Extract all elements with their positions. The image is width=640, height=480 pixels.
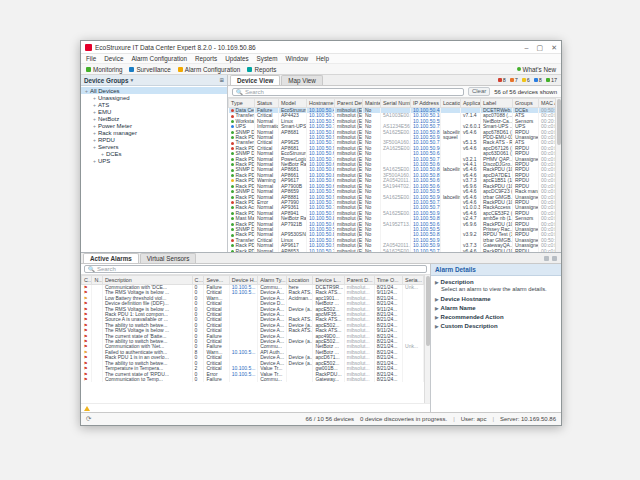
expand-icon[interactable]: + — [93, 144, 96, 150]
column-header-model[interactable]: Model — [279, 99, 307, 108]
column-header-mac-address[interactable]: MAC Address — [539, 99, 556, 108]
perspective-label: Alarm Configuration — [185, 66, 241, 73]
alarm-column-header-alarm-ty-6[interactable]: Alarm Ty... — [258, 276, 286, 285]
expand-icon[interactable]: + — [93, 137, 96, 143]
details-section-recommended-action[interactable]: ▶Recommended Action — [431, 311, 561, 320]
expand-icon[interactable]: + — [101, 151, 104, 157]
tab-map-view[interactable]: Map View — [281, 75, 323, 85]
alarm-column-header-parent-d-9[interactable]: Parent D... — [344, 276, 374, 285]
expand-icon[interactable]: + — [93, 123, 96, 129]
menu-window[interactable]: Window — [286, 55, 308, 62]
badge-count: 8 — [503, 77, 506, 83]
column-header-ip-address[interactable]: IP Address — [411, 99, 441, 108]
alarm-table-scrollbar[interactable] — [424, 275, 430, 403]
clear-filter-button[interactable]: Clear — [468, 87, 490, 96]
alarm-column-header-description-2[interactable]: Description — [102, 276, 192, 285]
close-button[interactable]: ✕ — [551, 44, 557, 51]
tree-item-label: Servers — [98, 144, 119, 150]
column-header-location[interactable]: Location — [441, 99, 461, 108]
sidebar-item-rpdu[interactable]: +RPDU — [81, 136, 227, 143]
menu-help[interactable]: Help — [316, 55, 329, 62]
expand-icon[interactable]: + — [93, 130, 96, 136]
alarm-column-header-c-3[interactable]: C... — [192, 276, 204, 285]
alarm-column-header-seria-11[interactable]: Seria... — [403, 276, 424, 285]
alarm-badge-4[interactable]: 17 — [546, 77, 557, 83]
sidebar-item-unassigned[interactable]: +Unassigned — [81, 94, 227, 101]
device-table-scrollbar[interactable] — [555, 98, 561, 252]
menu-reports[interactable]: Reports — [195, 55, 217, 62]
column-header-application[interactable]: Application ... — [461, 99, 481, 108]
sidebar-item-all-devices[interactable]: +All Devices — [81, 87, 227, 94]
scrollbar-thumb[interactable] — [426, 276, 430, 346]
sidebar-item-dces[interactable]: +DCEs — [81, 150, 227, 157]
perspective-surveillance[interactable]: Surveillance — [129, 66, 170, 73]
column-header-hostname[interactable]: Hostname — [307, 99, 335, 108]
alarm-badge-1[interactable]: 7 — [510, 77, 518, 83]
cell-alarm-type: Commu... — [258, 377, 286, 382]
whats-new-link[interactable]: What's New — [517, 66, 556, 73]
tab-device-view[interactable]: Device View — [230, 75, 280, 85]
device-search-input[interactable]: 🔍 Search — [232, 88, 464, 96]
status-dot-icon — [231, 142, 234, 145]
panel-export-icon[interactable] — [552, 256, 557, 261]
alarm-column-header-c-0[interactable]: C... — [82, 276, 92, 285]
panel-filter-icon[interactable] — [544, 256, 549, 261]
column-header-serial-number[interactable]: Serial Number — [381, 99, 411, 108]
tab-active-alarms[interactable]: Active Alarms — [83, 253, 139, 263]
column-header-label[interactable]: Label — [481, 99, 513, 108]
maximize-button[interactable]: ▢ — [537, 44, 544, 51]
sidebar-item-rack-manager[interactable]: +Rack manager — [81, 129, 227, 136]
expand-icon[interactable]: + — [93, 109, 96, 115]
minimize-button[interactable]: – — [525, 44, 529, 51]
column-header-status[interactable]: Status — [255, 99, 279, 108]
alarm-column-header-n-1[interactable]: N... — [92, 276, 102, 285]
alarm-column-header-time-o-10[interactable]: Time O... — [374, 276, 402, 285]
alarm-column-header-device-l-8[interactable]: Device L... — [313, 276, 344, 285]
details-section-description[interactable]: ▶Description — [431, 276, 561, 285]
alarm-flag-icon: ⚑ — [84, 317, 88, 322]
menu-device[interactable]: Device — [104, 55, 123, 62]
expand-icon[interactable]: + — [93, 116, 96, 122]
device-groups-header[interactable]: Device Groups ▾ ⊞ — [81, 75, 227, 86]
column-header-groups[interactable]: Groups — [513, 99, 539, 108]
alarm-badge-2[interactable]: 6 — [522, 77, 530, 83]
tab-virtual-sensors[interactable]: Virtual Sensors — [140, 253, 197, 263]
expand-icon[interactable]: + — [85, 88, 88, 94]
badge-count: 7 — [515, 77, 518, 83]
sidebar-item-power-meter[interactable]: +Power Meter — [81, 122, 227, 129]
sidebar-item-ups[interactable]: +UPS — [81, 157, 227, 164]
menu-alarm-configuration[interactable]: Alarm Configuration — [131, 55, 187, 62]
perspective-reports[interactable]: Reports — [247, 66, 276, 73]
details-section-device-hostname[interactable]: ▶Device Hostname — [431, 293, 561, 302]
alarm-search-input[interactable]: 🔍 Search — [84, 265, 427, 273]
status-dot-icon — [231, 169, 234, 172]
alarm-column-header-location-7[interactable]: Location — [286, 276, 313, 285]
menu-file[interactable]: File — [86, 55, 96, 62]
column-header-type[interactable]: Type — [229, 99, 255, 108]
menu-system[interactable]: System — [257, 55, 278, 62]
chevron-down-icon[interactable]: ▾ — [130, 77, 133, 83]
menu-updates[interactable]: Updates — [225, 55, 248, 62]
tree-item-label: EMU — [98, 109, 111, 115]
expand-icon[interactable]: + — [93, 95, 96, 101]
alarm-badge-0[interactable]: 8 — [498, 77, 506, 83]
sidebar-item-netbotz[interactable]: +NetBotz — [81, 115, 227, 122]
perspective-monitoring[interactable]: Monitoring — [86, 66, 122, 73]
details-section-alarm-name[interactable]: ▶Alarm Name — [431, 302, 561, 311]
sidebar-item-emu[interactable]: +EMU — [81, 108, 227, 115]
alarm-badge-3[interactable]: 8 — [534, 77, 542, 83]
perspective-alarm-configuration[interactable]: Alarm Configuration — [178, 66, 241, 73]
alarm-row[interactable]: ⚑Communication to Temp...0FailureCommu..… — [82, 377, 424, 382]
column-header-parent-device[interactable]: Parent Device — [335, 99, 363, 108]
pin-pane-icon[interactable]: ⊞ — [219, 77, 224, 83]
column-header-maintenan[interactable]: Maintenan... — [363, 99, 381, 108]
expand-icon[interactable]: + — [93, 158, 96, 164]
details-section-custom-description[interactable]: ▶Custom Description — [431, 320, 561, 329]
sidebar-item-ats[interactable]: +ATS — [81, 101, 227, 108]
alarm-column-header-seve-4[interactable]: Seve... — [204, 276, 229, 285]
status-devices: 66 / 10 56 devices — [305, 416, 354, 422]
expand-icon[interactable]: + — [93, 102, 96, 108]
sidebar-item-servers[interactable]: +Servers — [81, 143, 227, 150]
alarm-column-header-device-h-5[interactable]: Device H... — [229, 276, 257, 285]
scrollbar-thumb[interactable] — [557, 99, 561, 145]
